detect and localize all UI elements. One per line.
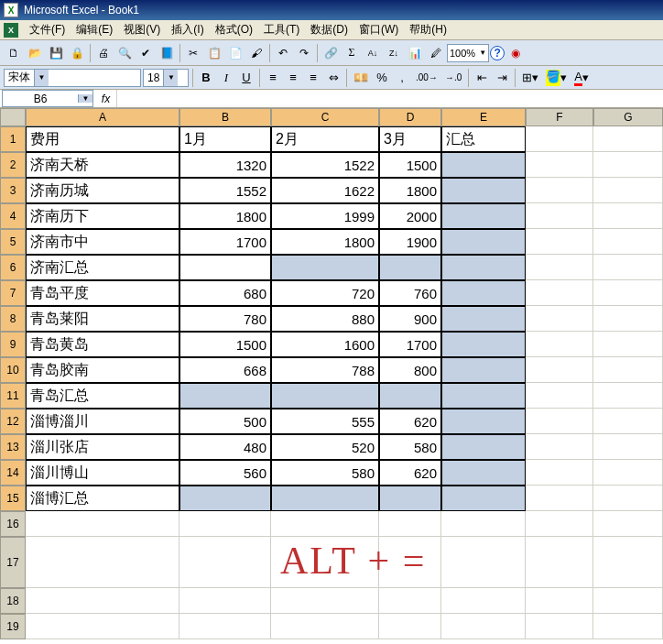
underline-button[interactable]: U [237,69,255,87]
data-cell[interactable]: 青岛莱阳 [26,306,179,332]
data-cell[interactable]: 900 [379,306,441,332]
workbook-icon[interactable]: X [4,23,18,38]
active-cell[interactable] [179,255,271,280]
cell[interactable] [526,537,593,588]
menu-item[interactable]: 数据(D) [305,20,353,39]
ball-icon[interactable]: ◉ [505,43,526,63]
cell[interactable] [179,511,271,537]
bold-button[interactable]: B [197,69,215,87]
header-cell[interactable]: 费用 [26,126,179,152]
data-cell[interactable] [379,486,441,511]
row-header[interactable]: 5 [0,229,26,255]
research-icon[interactable]: 📘 [157,43,177,63]
cell[interactable] [593,486,663,511]
permission-icon[interactable]: 🔒 [67,43,87,63]
cell[interactable] [441,614,526,639]
row-header[interactable]: 9 [0,332,26,357]
data-cell[interactable]: 780 [179,306,271,332]
format-painter-icon[interactable]: 🖌 [246,43,266,63]
help-icon[interactable]: ? [490,46,505,60]
data-cell[interactable]: 济南市中 [26,229,179,255]
increase-decimal-icon[interactable]: .00→ [413,69,440,87]
cell[interactable] [441,511,526,537]
spellcheck-icon[interactable]: ✔ [136,43,156,63]
cell[interactable] [271,588,379,614]
data-cell[interactable]: 青岛黄岛 [26,332,179,357]
data-cell[interactable]: 1500 [379,152,441,178]
data-cell[interactable] [441,280,526,306]
cell[interactable] [593,537,663,588]
cell[interactable] [26,511,179,537]
row-header[interactable]: 17 [0,537,26,588]
column-header[interactable]: A [26,108,179,126]
font-combo[interactable]: 宋体▼ [4,69,141,87]
row-header[interactable]: 3 [0,178,26,203]
decrease-decimal-icon[interactable]: →.0 [442,69,464,87]
cell[interactable] [179,537,271,588]
data-cell[interactable]: 580 [379,434,441,460]
data-cell[interactable]: 720 [271,280,379,306]
header-cell[interactable]: 3月 [379,126,441,152]
cell[interactable] [379,511,441,537]
autosum-icon[interactable]: Σ [342,43,362,63]
row-header[interactable]: 19 [0,614,26,639]
header-cell[interactable]: 汇总 [441,126,526,152]
data-cell[interactable]: 1522 [271,152,379,178]
data-cell[interactable] [441,306,526,332]
data-cell[interactable]: 青岛汇总 [26,383,179,409]
cell[interactable] [441,588,526,614]
cell[interactable] [593,280,663,306]
header-cell[interactable]: 1月 [179,126,271,152]
data-cell[interactable]: 1800 [271,229,379,255]
data-cell[interactable] [179,383,271,409]
copy-icon[interactable]: 📋 [204,43,224,63]
data-cell[interactable]: 淄博汇总 [26,486,179,511]
data-cell[interactable]: 480 [179,434,271,460]
data-cell[interactable]: 555 [271,409,379,434]
cell[interactable] [526,486,593,511]
cell[interactable] [526,460,593,486]
fill-color-icon[interactable]: 🪣▾ [543,69,570,87]
cell[interactable] [593,152,663,178]
align-right-icon[interactable]: ≡ [304,69,322,87]
row-header[interactable]: 14 [0,460,26,486]
column-header[interactable]: C [271,108,379,126]
row-header[interactable]: 16 [0,511,26,537]
data-cell[interactable]: 620 [379,409,441,434]
data-cell[interactable] [441,383,526,409]
cell[interactable]: ALT + = [271,537,379,588]
data-cell[interactable] [271,255,379,280]
menu-item[interactable]: 帮助(H) [404,20,452,39]
row-header[interactable]: 2 [0,152,26,178]
data-cell[interactable] [441,434,526,460]
select-all-corner[interactable] [0,108,26,126]
new-icon[interactable]: 🗋 [4,43,24,63]
data-cell[interactable] [441,357,526,383]
data-cell[interactable]: 济南天桥 [26,152,179,178]
menu-item[interactable]: 文件(F) [24,20,71,39]
cell[interactable] [593,229,663,255]
menu-item[interactable]: 格式(O) [210,20,258,39]
data-cell[interactable] [441,486,526,511]
data-cell[interactable]: 1800 [379,178,441,203]
data-cell[interactable]: 1320 [179,152,271,178]
paste-icon[interactable]: 📄 [225,43,245,63]
undo-icon[interactable]: ↶ [273,43,293,63]
cell[interactable] [526,255,593,280]
data-cell[interactable]: 1552 [179,178,271,203]
row-header[interactable]: 11 [0,383,26,409]
cell[interactable] [271,614,379,639]
cell[interactable] [26,537,179,588]
row-header[interactable]: 18 [0,588,26,614]
print-icon[interactable]: 🖨 [93,43,114,63]
cell[interactable] [526,588,593,614]
data-cell[interactable]: 1500 [179,332,271,357]
borders-icon[interactable]: ⊞▾ [519,69,541,87]
cell[interactable] [593,255,663,280]
font-color-icon[interactable]: A▾ [571,69,592,87]
row-header[interactable]: 10 [0,357,26,383]
sort-desc-icon[interactable]: Z↓ [384,43,404,63]
preview-icon[interactable]: 🔍 [114,43,135,63]
data-cell[interactable] [441,460,526,486]
hyperlink-icon[interactable]: 🔗 [321,43,341,63]
